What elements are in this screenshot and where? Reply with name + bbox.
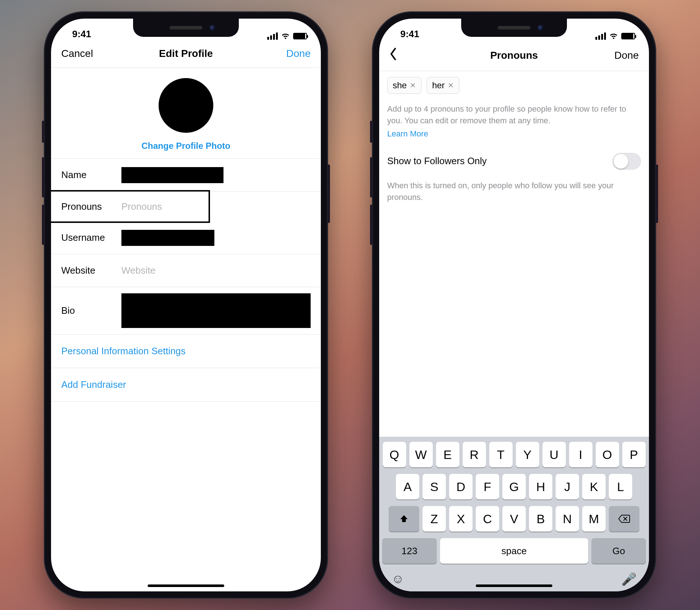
battery-icon — [293, 33, 307, 39]
page-title: Edit Profile — [159, 48, 213, 59]
name-label: Name — [61, 169, 121, 181]
website-input[interactable] — [121, 265, 311, 276]
website-label: Website — [61, 265, 121, 276]
key-u[interactable]: U — [542, 442, 566, 467]
pronoun-chips: she ✕ her ✕ — [379, 71, 649, 94]
page-title: Pronouns — [490, 50, 538, 61]
remove-chip-icon[interactable]: ✕ — [448, 81, 454, 90]
home-indicator[interactable] — [148, 584, 224, 587]
space-key[interactable]: space — [440, 538, 588, 564]
side-button — [328, 165, 330, 223]
key-i[interactable]: I — [569, 442, 592, 467]
pronoun-chip[interactable]: she ✕ — [387, 77, 421, 94]
name-value-redacted — [121, 167, 223, 183]
key-q[interactable]: Q — [383, 442, 406, 467]
key-r[interactable]: R — [463, 442, 486, 467]
add-fundraiser-link[interactable]: Add Fundraiser — [51, 368, 321, 402]
key-c[interactable]: C — [476, 506, 499, 532]
key-k[interactable]: K — [582, 474, 606, 499]
back-button[interactable] — [389, 48, 433, 63]
pronouns-helper-text: Add up to 4 pronouns to your profile so … — [379, 94, 649, 140]
done-button[interactable]: Done — [267, 48, 311, 59]
helper-text-content: Add up to 4 pronouns to your profile so … — [387, 104, 626, 125]
key-a[interactable]: A — [396, 474, 419, 499]
done-button[interactable]: Done — [595, 50, 639, 61]
side-button — [656, 165, 658, 223]
bio-value-redacted — [121, 293, 311, 328]
front-camera — [210, 25, 215, 31]
status-time: 9:41 — [393, 28, 419, 40]
speaker-grille — [170, 26, 202, 30]
show-followers-only-row: Show to Followers Only — [379, 140, 649, 173]
profile-photo-section: Change Profile Photo — [51, 68, 321, 159]
speaker-grille — [498, 26, 530, 30]
bio-row[interactable]: Bio — [51, 287, 321, 335]
key-h[interactable]: H — [529, 474, 552, 499]
key-n[interactable]: N — [556, 506, 579, 532]
cellular-signal-icon — [595, 32, 606, 40]
username-row[interactable]: Username — [51, 221, 321, 254]
pronouns-row[interactable]: Pronouns — [51, 190, 210, 223]
key-x[interactable]: X — [449, 506, 472, 532]
pronoun-chip-label: she — [393, 80, 407, 90]
name-row[interactable]: Name — [51, 159, 321, 192]
wifi-icon — [281, 32, 290, 40]
website-row[interactable]: Website — [51, 254, 321, 287]
cancel-button[interactable]: Cancel — [61, 48, 105, 59]
key-v[interactable]: V — [502, 506, 526, 532]
key-o[interactable]: O — [596, 442, 619, 467]
show-followers-only-toggle[interactable] — [612, 153, 641, 170]
status-time: 9:41 — [65, 28, 91, 40]
pronoun-chip[interactable]: her ✕ — [427, 77, 459, 94]
numbers-key[interactable]: 123 — [382, 538, 437, 564]
side-button — [42, 205, 44, 245]
battery-icon — [621, 33, 635, 39]
remove-chip-icon[interactable]: ✕ — [410, 81, 416, 90]
side-button — [370, 205, 372, 245]
personal-information-settings-link[interactable]: Personal Information Settings — [51, 335, 321, 368]
pronoun-chip-label: her — [432, 80, 445, 90]
wifi-icon — [609, 32, 618, 40]
username-label: Username — [61, 232, 121, 243]
bio-label: Bio — [61, 305, 121, 316]
pronouns-input[interactable] — [121, 201, 198, 212]
cellular-signal-icon — [267, 32, 278, 40]
nav-bar: Pronouns Done — [379, 40, 649, 71]
key-b[interactable]: B — [529, 506, 552, 532]
key-w[interactable]: W — [409, 442, 433, 467]
go-key[interactable]: Go — [591, 538, 646, 564]
notch — [133, 19, 239, 37]
show-followers-only-label: Show to Followers Only — [387, 155, 487, 167]
side-button — [42, 121, 44, 143]
key-f[interactable]: F — [476, 474, 499, 499]
pronouns-label: Pronouns — [61, 201, 121, 212]
home-indicator[interactable] — [476, 584, 552, 587]
key-d[interactable]: D — [449, 474, 472, 499]
toggle-helper-text: When this is turned on, only people who … — [379, 173, 649, 203]
emoji-key-icon[interactable]: ☺ — [392, 572, 404, 586]
shift-key[interactable] — [389, 506, 419, 532]
key-m[interactable]: M — [582, 506, 606, 532]
username-value-redacted — [121, 230, 214, 246]
key-p[interactable]: P — [622, 442, 646, 467]
front-camera — [538, 25, 544, 31]
change-profile-photo-link[interactable]: Change Profile Photo — [51, 141, 321, 151]
key-j[interactable]: J — [556, 474, 579, 499]
side-button — [370, 121, 372, 143]
side-button — [370, 157, 372, 197]
dictation-key-icon[interactable]: 🎤 — [621, 572, 637, 586]
backspace-key[interactable] — [609, 506, 639, 532]
key-g[interactable]: G — [502, 474, 526, 499]
key-s[interactable]: S — [423, 474, 446, 499]
nav-bar: Cancel Edit Profile Done — [51, 40, 321, 68]
key-z[interactable]: Z — [423, 506, 446, 532]
key-t[interactable]: T — [489, 442, 513, 467]
phone-pronouns: 9:41 Pronouns Done she ✕ — [372, 11, 656, 599]
key-l[interactable]: L — [609, 474, 632, 499]
learn-more-link[interactable]: Learn More — [387, 128, 641, 140]
key-e[interactable]: E — [436, 442, 459, 467]
phone-edit-profile: 9:41 Cancel Edit Profile Done Change Pro… — [44, 11, 328, 599]
avatar[interactable] — [159, 78, 213, 133]
side-button — [42, 157, 44, 197]
key-y[interactable]: Y — [516, 442, 539, 467]
